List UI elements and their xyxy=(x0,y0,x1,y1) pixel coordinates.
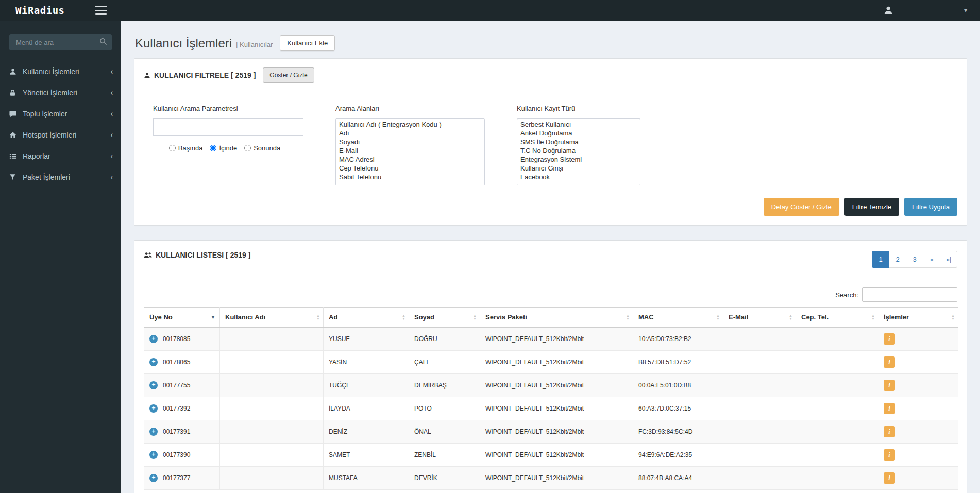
header-kullanici-adi[interactable]: Kullanıcı Adı▲▼ xyxy=(220,308,324,328)
expand-row-icon[interactable]: + xyxy=(149,474,158,482)
expand-row-icon[interactable]: + xyxy=(149,404,158,413)
radio-basinda-input[interactable] xyxy=(169,145,176,151)
header-uye-no[interactable]: Üye No▼ xyxy=(144,308,220,328)
top-navbar: WiRadius ▾ xyxy=(0,0,980,21)
sidebar-item-raporlar[interactable]: Raporlar ‹ xyxy=(0,145,121,166)
app-logo: WiRadius xyxy=(0,5,65,16)
page-header: Kullanıcı İşlemleri | Kullanıcılar Kulla… xyxy=(134,21,967,58)
sort-icon: ▲▼ xyxy=(316,314,320,320)
search-parameter-column: Kullanıcı Arama Parametresi Başında İçin… xyxy=(153,105,303,185)
expand-row-icon[interactable]: + xyxy=(149,358,158,366)
table-row: +00177390 SAMET ZENBİL WIPOINT_DEFAULT_5… xyxy=(144,444,958,467)
expand-row-icon[interactable]: + xyxy=(149,381,158,389)
radio-icinde[interactable]: İçinde xyxy=(210,144,237,152)
filter-apply-button[interactable]: Filtre Uygula xyxy=(904,198,957,216)
row-info-button[interactable]: i xyxy=(884,426,895,437)
sidebar-item-kullanici-islemleri[interactable]: Kullanıcı İşlemleri ‹ xyxy=(0,61,121,82)
list-panel-heading: KULLANICI LISTESI [ 2519 ] 1 2 3 » »| xyxy=(134,241,967,273)
page-button-3[interactable]: 3 xyxy=(906,251,923,268)
header-servis-paketi[interactable]: Servis Paketi▲▼ xyxy=(480,308,633,328)
sidebar: Kullanıcı İşlemleri ‹ Yönetici İşlemleri… xyxy=(0,21,121,493)
sidebar-item-paket-islemleri[interactable]: Paket İşlemleri ‹ xyxy=(0,166,121,188)
row-info-button[interactable]: i xyxy=(884,333,895,345)
search-fields-listbox[interactable]: Kullanıcı Adı ( Entegrasyon Kodu )AdıSoy… xyxy=(335,118,485,185)
table-search-input[interactable] xyxy=(862,287,957,302)
filter-toggle-button[interactable]: Göster / Gizle xyxy=(263,67,314,83)
table-header-row: Üye No▼ Kullanıcı Adı▲▼ Ad▲▼ Soyad▲▼ Ser… xyxy=(144,308,958,328)
table-row: +00177391 DENİZ ÖNAL WIPOINT_DEFAULT_512… xyxy=(144,420,958,444)
brand-area: WiRadius xyxy=(0,0,121,21)
filter-panel-title: KULLANICI FILTRELE [ 2519 ] xyxy=(144,71,256,79)
table-row: +00177392 İLAYDA POTO WIPOINT_DEFAULT_51… xyxy=(144,397,958,420)
page-last-button[interactable]: »| xyxy=(940,251,957,268)
search-parameter-input[interactable] xyxy=(153,118,303,136)
expand-row-icon[interactable]: + xyxy=(149,451,158,459)
home-icon xyxy=(9,131,23,139)
hamburger-menu-icon[interactable] xyxy=(95,6,107,15)
header-ad[interactable]: Ad▲▼ xyxy=(324,308,409,328)
lock-icon xyxy=(9,89,23,96)
table-search-row: Search: xyxy=(134,273,967,307)
filter-panel: KULLANICI FILTRELE [ 2519 ] Göster / Giz… xyxy=(134,58,967,226)
expand-row-icon[interactable]: + xyxy=(149,428,158,436)
filter-clear-button[interactable]: Filtre Temizle xyxy=(844,198,899,216)
chevron-left-icon: ‹ xyxy=(111,67,113,76)
record-type-label: Kullanıcı Kayıt Türü xyxy=(517,105,640,112)
header-mac[interactable]: MAC▲▼ xyxy=(633,308,723,328)
row-info-button[interactable]: i xyxy=(884,380,895,391)
comment-icon xyxy=(9,110,23,117)
row-info-button[interactable]: i xyxy=(884,449,895,461)
row-info-button[interactable]: i xyxy=(884,356,895,368)
user-list-panel: KULLANICI LISTESI [ 2519 ] 1 2 3 » »| Se… xyxy=(134,240,967,493)
sidebar-item-hotspot-islemleri[interactable]: Hotspot İşlemleri ‹ xyxy=(0,124,121,145)
list-icon xyxy=(9,152,23,160)
expand-row-icon[interactable]: + xyxy=(149,335,158,343)
filter-panel-heading: KULLANICI FILTRELE [ 2519 ] Göster / Giz… xyxy=(134,59,967,90)
search-parameter-label: Kullanıcı Arama Parametresi xyxy=(153,105,303,112)
menu-search-input[interactable] xyxy=(9,34,112,50)
radio-icinde-input[interactable] xyxy=(210,145,216,151)
table-row: +00178085 YUSUF DOĞRU WIPOINT_DEFAULT_51… xyxy=(144,327,958,351)
detail-toggle-button[interactable]: Detay Göster / Gizle xyxy=(764,198,839,216)
filter-icon xyxy=(9,174,23,180)
page-button-1[interactable]: 1 xyxy=(872,251,889,268)
page-button-2[interactable]: 2 xyxy=(889,251,906,268)
sidebar-search xyxy=(9,34,112,50)
add-user-button[interactable]: Kullanıcı Ekle xyxy=(280,35,335,51)
header-islemler[interactable]: İşlemler▲▼ xyxy=(878,308,958,328)
users-group-icon xyxy=(144,252,152,259)
sidebar-item-toplu-islemler[interactable]: Toplu İşlemler ‹ xyxy=(0,103,121,124)
sidebar-menu: Kullanıcı İşlemleri ‹ Yönetici İşlemleri… xyxy=(0,61,121,188)
sort-desc-icon: ▼ xyxy=(211,315,215,320)
record-type-column: Kullanıcı Kayıt Türü Serbest KullanıcıAn… xyxy=(517,105,640,185)
user-table: Üye No▼ Kullanıcı Adı▲▼ Ad▲▼ Soyad▲▼ Ser… xyxy=(144,307,958,490)
chevron-left-icon: ‹ xyxy=(111,151,113,161)
radio-sonunda[interactable]: Sonunda xyxy=(244,144,280,152)
sort-icon: ▲▼ xyxy=(473,314,477,320)
header-soyad[interactable]: Soyad▲▼ xyxy=(409,308,480,328)
navbar-right: ▾ xyxy=(878,0,980,21)
table-search-label: Search: xyxy=(835,291,858,299)
sort-icon: ▲▼ xyxy=(951,314,955,320)
record-type-listbox[interactable]: Serbest KullanıcıAnket DoğrulamaSMS İle … xyxy=(517,118,640,185)
row-info-button[interactable]: i xyxy=(884,472,895,484)
sort-icon: ▲▼ xyxy=(626,314,630,320)
page-next-button[interactable]: » xyxy=(923,251,940,268)
user-account-icon[interactable] xyxy=(878,0,899,21)
user-icon xyxy=(144,72,150,79)
person-icon xyxy=(884,6,893,15)
navbar-dropdown-caret[interactable]: ▾ xyxy=(955,0,976,21)
row-info-button[interactable]: i xyxy=(884,403,895,414)
sidebar-item-yonetici-islemleri[interactable]: Yönetici İşlemleri ‹ xyxy=(0,82,121,103)
search-icon[interactable] xyxy=(99,38,107,47)
user-table-wrap: Üye No▼ Kullanıcı Adı▲▼ Ad▲▼ Soyad▲▼ Ser… xyxy=(134,307,967,493)
pagination: 1 2 3 » »| xyxy=(872,251,957,268)
user-icon xyxy=(9,68,23,75)
filter-body: Kullanıcı Arama Parametresi Başında İçin… xyxy=(134,90,967,191)
table-row: +00177377 MUSTAFA DEVRİK WIPOINT_DEFAULT… xyxy=(144,467,958,490)
sort-icon: ▲▼ xyxy=(789,314,792,320)
header-cep-tel[interactable]: Cep. Tel.▲▼ xyxy=(796,308,878,328)
header-email[interactable]: E-Mail▲▼ xyxy=(723,308,796,328)
radio-sonunda-input[interactable] xyxy=(244,145,251,151)
radio-basinda[interactable]: Başında xyxy=(169,144,203,152)
